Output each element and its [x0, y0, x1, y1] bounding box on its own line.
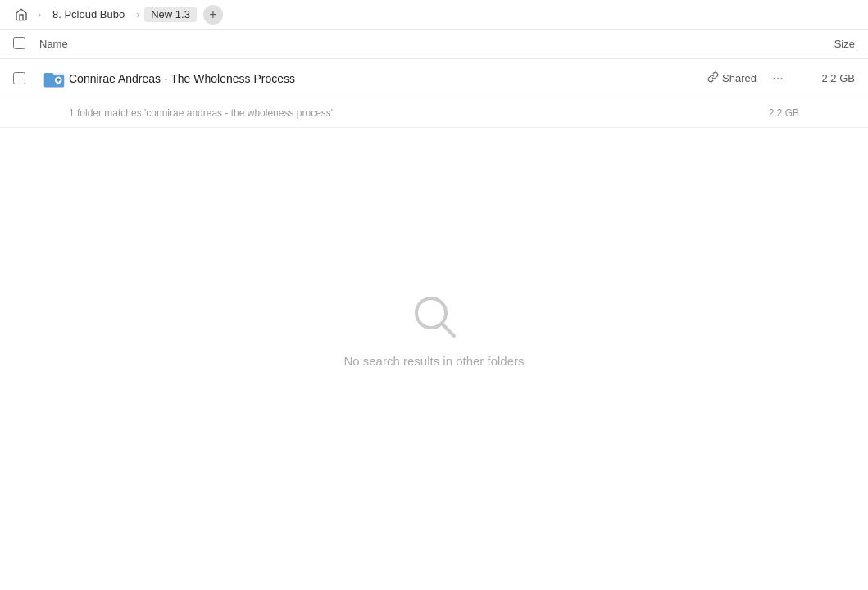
file-actions: Shared ··· — [707, 67, 789, 90]
header-checkbox-col — [13, 37, 39, 52]
breadcrumb-item-new[interactable]: New 1.3 — [144, 7, 197, 22]
no-results-icon — [410, 292, 459, 341]
breadcrumb-separator-2: › — [136, 9, 139, 20]
match-count-row: 1 folder matches 'connirae andreas - the… — [0, 98, 868, 128]
shared-label: Shared — [722, 72, 757, 84]
column-header-row: Name Size — [0, 30, 868, 59]
svg-line-3 — [442, 324, 454, 336]
empty-state: No search results in other folders — [0, 292, 868, 368]
folder-icon — [39, 67, 69, 90]
link-icon — [707, 71, 719, 85]
column-name-header: Name — [39, 38, 789, 50]
file-name-label: Connirae Andreas - The Wholeness Process — [69, 72, 707, 85]
file-size-label: 2.2 GB — [789, 72, 855, 84]
add-tab-button[interactable]: + — [203, 5, 223, 25]
column-size-header: Size — [789, 38, 855, 50]
row-checkbox[interactable] — [13, 72, 25, 84]
breadcrumb-separator-1: › — [38, 9, 41, 20]
no-results-label: No search results in other folders — [343, 354, 524, 368]
breadcrumb: › 8. Pcloud Bubo › New 1.3 + — [0, 0, 868, 30]
match-size: 2.2 GB — [734, 107, 799, 119]
home-button[interactable] — [10, 3, 33, 26]
select-all-checkbox[interactable] — [13, 37, 25, 49]
breadcrumb-item-pcloud[interactable]: 8. Pcloud Bubo — [46, 7, 131, 22]
more-options-button[interactable]: ··· — [766, 67, 789, 90]
table-row[interactable]: Connirae Andreas - The Wholeness Process… — [0, 59, 868, 98]
shared-badge: Shared — [707, 71, 757, 85]
match-text: 1 folder matches 'connirae andreas - the… — [69, 107, 734, 119]
row-checkbox-col — [13, 72, 39, 84]
